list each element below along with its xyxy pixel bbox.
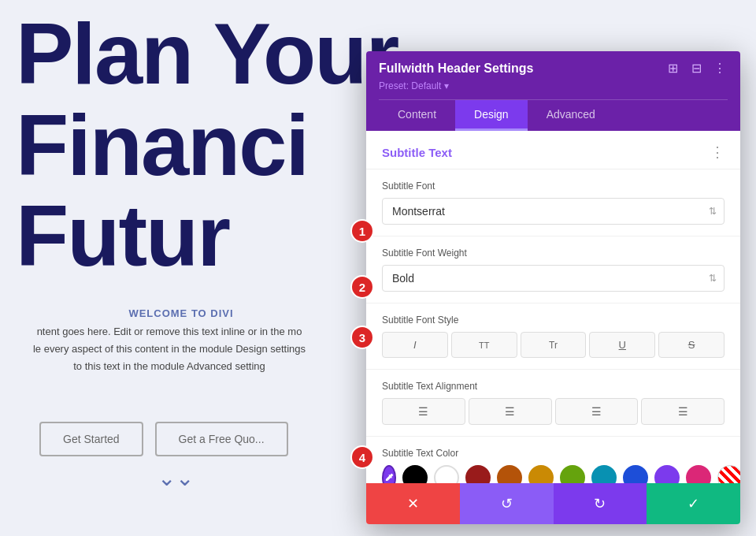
- subtitle-font-weight-select-wrapper: Bold: [382, 265, 724, 292]
- subtitle-text-alignment-label: Subtitle Text Alignment: [382, 381, 724, 392]
- hero-text: Plan Your Financi Futur: [0, 0, 413, 289]
- body-text: ntent goes here. Edit or remove this tex…: [0, 323, 354, 375]
- align-justify-button[interactable]: ☰: [641, 398, 724, 425]
- panel-header: Fullwidth Header Settings ⊞ ⊟ ⋮ Preset: …: [366, 51, 740, 131]
- cancel-button[interactable]: ✕: [366, 483, 460, 524]
- align-right-button[interactable]: ☰: [555, 398, 639, 425]
- color-black[interactable]: [402, 465, 428, 483]
- panel-tabs: Content Design Advanced: [379, 99, 728, 131]
- style-underline-button[interactable]: U: [589, 332, 655, 358]
- color-white[interactable]: [434, 465, 459, 483]
- color-amber[interactable]: [497, 465, 522, 483]
- subtitle-font-field: Subtitle Font Montserrat: [366, 169, 740, 236]
- color-row: [382, 465, 724, 483]
- color-picker-icon[interactable]: [382, 465, 396, 483]
- subtitle-font-weight-select[interactable]: Bold: [382, 265, 724, 292]
- panel-body: Subtitle Text ⋮ Subtitle Font Montserrat…: [366, 131, 740, 483]
- subtitle-font-select[interactable]: Montserrat: [382, 198, 724, 225]
- settings-panel: Fullwidth Header Settings ⊞ ⊟ ⋮ Preset: …: [366, 51, 740, 524]
- tab-design[interactable]: Design: [455, 100, 528, 131]
- subtitle-font-weight-label: Subtitle Font Weight: [382, 248, 724, 259]
- step-3-circle: 3: [350, 326, 374, 349]
- panel-header-icons: ⊞ ⊟ ⋮: [665, 61, 728, 76]
- reset-button[interactable]: ↺: [460, 483, 554, 524]
- subtitle-font-style-field: Subtitle Font Style I TT Tr U S: [366, 303, 740, 370]
- expand-icon[interactable]: ⊞: [665, 61, 680, 76]
- more-icon[interactable]: ⋮: [712, 61, 728, 76]
- align-center-button[interactable]: ☰: [469, 398, 552, 425]
- color-red[interactable]: [465, 465, 491, 483]
- get-started-button[interactable]: Get Started: [39, 422, 143, 456]
- eyedropper-icon: [384, 472, 395, 483]
- subtitle-font-style-label: Subtitle Font Style: [382, 315, 724, 326]
- style-italic-button[interactable]: I: [382, 332, 448, 358]
- panel-footer: ✕ ↺ ↻ ✓: [366, 483, 740, 524]
- get-quote-button[interactable]: Get a Free Quo...: [155, 422, 288, 456]
- panel-header-top: Fullwidth Header Settings ⊞ ⊟ ⋮: [379, 61, 728, 76]
- panel-preset[interactable]: Preset: Default ▾: [379, 80, 728, 91]
- color-green[interactable]: [560, 465, 585, 483]
- color-teal[interactable]: [591, 465, 617, 483]
- step-4-circle: 4: [350, 445, 374, 469]
- color-yellow[interactable]: [528, 465, 554, 483]
- style-capitalize-button[interactable]: Tr: [521, 332, 587, 358]
- subtitle-text-color-field: Subtitle Text Color: [366, 437, 740, 483]
- redo-button[interactable]: ↻: [554, 483, 647, 524]
- scroll-chevron[interactable]: ⌄⌄: [158, 465, 194, 491]
- subtitle-text-section: Subtitle Text ⋮: [366, 131, 740, 169]
- step-1-circle: 1: [350, 219, 374, 243]
- save-button[interactable]: ✓: [647, 483, 740, 524]
- subtitle-font-weight-field: Subtitle Font Weight Bold: [366, 236, 740, 303]
- columns-icon[interactable]: ⊟: [688, 61, 704, 76]
- subtitle-font-label: Subtitle Font: [382, 181, 724, 192]
- subtitle-text-color-label: Subtitle Text Color: [382, 448, 724, 459]
- subtitle-text-title: Subtitle Text: [382, 146, 452, 159]
- hero-buttons: Get Started Get a Free Quo...: [39, 422, 288, 456]
- panel-title: Fullwidth Header Settings: [379, 61, 533, 76]
- color-pink[interactable]: [686, 465, 711, 483]
- subtitle-font-select-wrapper: Montserrat: [382, 198, 724, 225]
- style-uppercase-button[interactable]: TT: [451, 332, 517, 358]
- style-strikethrough-button[interactable]: S: [658, 332, 724, 358]
- tab-content[interactable]: Content: [379, 100, 455, 131]
- align-buttons: ☰ ☰ ☰ ☰: [382, 398, 724, 425]
- color-custom[interactable]: [717, 465, 740, 483]
- style-buttons: I TT Tr U S: [382, 332, 724, 358]
- color-blue[interactable]: [623, 465, 648, 483]
- subtitle-text-more[interactable]: ⋮: [710, 143, 724, 161]
- subtitle-text-alignment-field: Subtitle Text Alignment ☰ ☰ ☰ ☰: [366, 370, 740, 437]
- step-2-circle: 2: [350, 275, 374, 299]
- tab-advanced[interactable]: Advanced: [528, 100, 614, 131]
- align-left-button[interactable]: ☰: [382, 398, 465, 425]
- color-purple[interactable]: [654, 465, 680, 483]
- welcome-text: Welcome to Divi: [0, 307, 362, 319]
